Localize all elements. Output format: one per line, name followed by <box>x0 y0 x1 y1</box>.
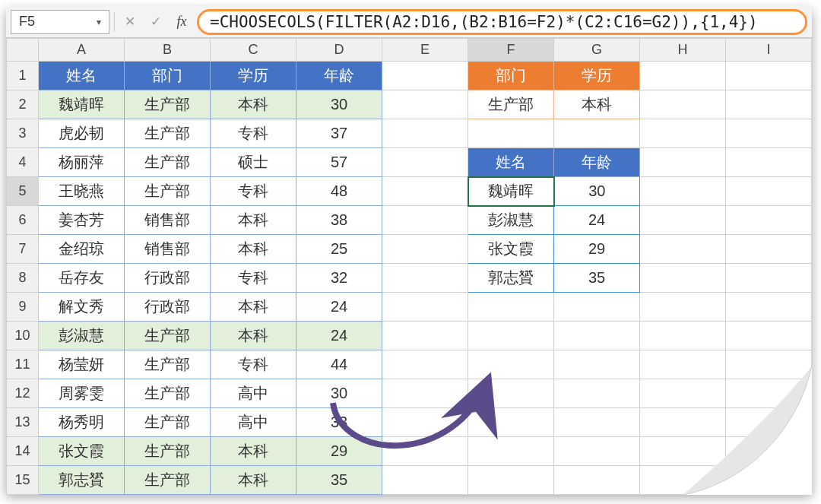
spreadsheet-grid[interactable]: ABCDEFGHI 1姓名部门学历年龄部门学历2魏靖晖生产部本科30生产部本科3… <box>6 38 812 495</box>
cell-C9[interactable]: 本科 <box>211 293 296 322</box>
cell-B7[interactable]: 销售部 <box>125 235 211 264</box>
enter-icon[interactable]: ✓ <box>145 11 166 33</box>
row-header-13[interactable]: 13 <box>7 408 39 437</box>
cell-B5[interactable]: 生产部 <box>125 177 211 206</box>
cell-F7[interactable]: 张文霞 <box>468 235 554 264</box>
cell-I8[interactable] <box>726 264 812 293</box>
cell-E5[interactable] <box>382 177 468 206</box>
cell-G2[interactable]: 本科 <box>554 90 640 119</box>
cell-C2[interactable]: 本科 <box>211 90 296 119</box>
column-header-G[interactable]: G <box>554 39 640 62</box>
cell-I12[interactable] <box>726 379 812 408</box>
cell-C7[interactable]: 本科 <box>211 235 296 264</box>
cell-I15[interactable] <box>726 466 812 495</box>
cell-A6[interactable]: 姜杏芳 <box>39 206 125 235</box>
cell-E15[interactable] <box>382 466 468 495</box>
cell-A1[interactable]: 姓名 <box>39 62 125 90</box>
cell-H8[interactable] <box>640 264 726 293</box>
row-header-9[interactable]: 9 <box>7 293 39 322</box>
cell-F8[interactable]: 郭志贇 <box>468 264 554 293</box>
cell-D13[interactable]: 33 <box>296 408 382 437</box>
cell-G14[interactable] <box>554 437 640 466</box>
row-header-7[interactable]: 7 <box>7 235 39 264</box>
cell-H4[interactable] <box>640 148 726 177</box>
cell-E10[interactable] <box>382 322 468 350</box>
cell-F11[interactable] <box>468 350 554 379</box>
cell-F6[interactable]: 彭淑慧 <box>468 206 554 235</box>
cell-G7[interactable]: 29 <box>554 235 640 264</box>
cell-G13[interactable] <box>554 408 640 437</box>
cell-A7[interactable]: 金绍琼 <box>39 235 125 264</box>
cell-D15[interactable]: 35 <box>296 466 382 495</box>
row-header-5[interactable]: 5 <box>7 177 39 206</box>
cell-H2[interactable] <box>640 90 726 119</box>
cell-H6[interactable] <box>640 206 726 235</box>
row-header-8[interactable]: 8 <box>7 264 39 293</box>
cell-B15[interactable]: 生产部 <box>125 466 211 495</box>
cell-F3[interactable] <box>468 119 554 148</box>
cell-A12[interactable]: 周雾雯 <box>39 379 125 408</box>
cell-D14[interactable]: 29 <box>296 437 382 466</box>
cell-E8[interactable] <box>382 264 468 293</box>
column-header-A[interactable]: A <box>39 39 125 62</box>
row-header-14[interactable]: 14 <box>7 437 39 466</box>
row-header-11[interactable]: 11 <box>7 350 39 379</box>
cell-H1[interactable] <box>640 62 726 90</box>
cell-I7[interactable] <box>726 235 812 264</box>
cell-F14[interactable] <box>468 437 554 466</box>
cell-H14[interactable] <box>640 437 726 466</box>
cancel-icon[interactable]: ✕ <box>119 11 141 33</box>
cell-E6[interactable] <box>382 206 468 235</box>
select-all-corner[interactable] <box>7 39 39 62</box>
cell-G6[interactable]: 24 <box>554 206 640 235</box>
cell-G8[interactable]: 35 <box>554 264 640 293</box>
row-header-15[interactable]: 15 <box>7 466 39 495</box>
cell-E14[interactable] <box>382 437 468 466</box>
cell-H12[interactable] <box>640 379 726 408</box>
row-header-3[interactable]: 3 <box>7 119 39 148</box>
cell-B10[interactable]: 生产部 <box>125 322 211 350</box>
cell-F2[interactable]: 生产部 <box>468 90 554 119</box>
chevron-down-icon[interactable]: ▾ <box>97 17 101 27</box>
row-header-6[interactable]: 6 <box>7 206 39 235</box>
cell-H3[interactable] <box>640 119 726 148</box>
cell-F4[interactable]: 姓名 <box>468 148 554 177</box>
cell-B8[interactable]: 行政部 <box>125 264 211 293</box>
cell-H10[interactable] <box>640 322 726 350</box>
cell-I3[interactable] <box>726 119 812 148</box>
cell-C6[interactable]: 本科 <box>211 206 296 235</box>
cell-B4[interactable]: 生产部 <box>125 148 211 177</box>
cell-A15[interactable]: 郭志贇 <box>39 466 125 495</box>
cell-G5[interactable]: 30 <box>554 177 640 206</box>
cell-B12[interactable]: 生产部 <box>125 379 211 408</box>
cell-I6[interactable] <box>726 206 812 235</box>
cell-I1[interactable] <box>726 62 812 90</box>
cell-F10[interactable] <box>468 322 554 350</box>
cell-I13[interactable] <box>726 408 812 437</box>
cell-D8[interactable]: 32 <box>296 264 382 293</box>
cell-I2[interactable] <box>726 90 812 119</box>
cell-G12[interactable] <box>554 379 640 408</box>
cell-I10[interactable] <box>726 322 812 350</box>
cell-E4[interactable] <box>382 148 468 177</box>
row-header-2[interactable]: 2 <box>7 90 39 119</box>
cell-B9[interactable]: 行政部 <box>125 293 211 322</box>
cell-G11[interactable] <box>554 350 640 379</box>
cell-H15[interactable] <box>640 466 726 495</box>
cell-A4[interactable]: 杨丽萍 <box>39 148 125 177</box>
cell-E9[interactable] <box>382 293 468 322</box>
cell-E3[interactable] <box>382 119 468 148</box>
cell-C5[interactable]: 专科 <box>211 177 296 206</box>
cell-A13[interactable]: 杨秀明 <box>39 408 125 437</box>
cell-F15[interactable] <box>468 466 554 495</box>
cell-B1[interactable]: 部门 <box>125 62 211 90</box>
cell-D10[interactable]: 24 <box>296 322 382 350</box>
cell-D4[interactable]: 57 <box>296 148 382 177</box>
column-header-D[interactable]: D <box>296 39 382 62</box>
cell-B2[interactable]: 生产部 <box>125 90 211 119</box>
cell-A14[interactable]: 张文霞 <box>39 437 125 466</box>
row-header-1[interactable]: 1 <box>7 62 39 90</box>
cell-C13[interactable]: 高中 <box>211 408 296 437</box>
cell-I14[interactable] <box>726 437 812 466</box>
cell-D3[interactable]: 37 <box>296 119 382 148</box>
